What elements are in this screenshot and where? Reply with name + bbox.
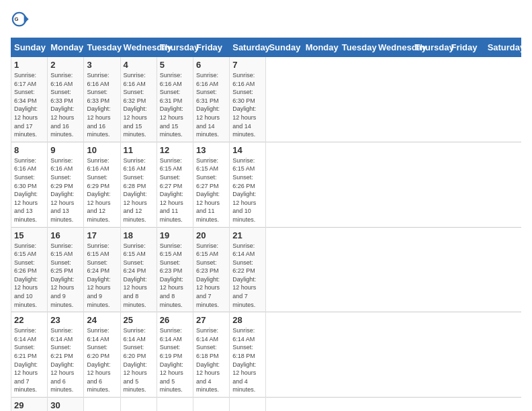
page-header: G: [11, 11, 521, 30]
calendar-cell: 20Sunrise: 6:15 AMSunset: 6:23 PMDayligh…: [193, 227, 230, 312]
cell-info: Sunrise: 6:15 AMSunset: 6:24 PMDaylight:…: [124, 242, 147, 308]
col-header-tuesday: Tuesday: [339, 38, 375, 57]
col-header-monday: Monday: [302, 38, 339, 57]
header-thursday: Thursday: [157, 38, 193, 57]
calendar-cell: [84, 398, 120, 412]
cell-info: Sunrise: 6:15 AMSunset: 6:23 PMDaylight:…: [160, 242, 183, 308]
calendar-cell: 23Sunrise: 6:14 AMSunset: 6:21 PMDayligh…: [48, 312, 84, 398]
svg-text:G: G: [15, 16, 19, 22]
day-number: 27: [196, 315, 226, 325]
calendar-cell: 2Sunrise: 6:16 AMSunset: 6:33 PMDaylight…: [48, 57, 84, 142]
logo: G: [11, 11, 32, 30]
calendar-cell: 9Sunrise: 6:16 AMSunset: 6:29 PMDaylight…: [48, 142, 84, 227]
cell-info: Sunrise: 6:16 AMSunset: 6:32 PMDaylight:…: [124, 72, 147, 138]
cell-info: Sunrise: 6:14 AMSunset: 6:18 PMDaylight:…: [196, 327, 220, 393]
col-header-saturday: Saturday: [484, 38, 521, 57]
calendar-week-1: 1Sunrise: 6:17 AMSunset: 6:34 PMDaylight…: [11, 57, 521, 142]
day-number: 11: [124, 145, 154, 155]
cell-info: Sunrise: 6:14 AMSunset: 6:20 PMDaylight:…: [87, 327, 110, 393]
calendar-week-4: 22Sunrise: 6:14 AMSunset: 6:21 PMDayligh…: [11, 312, 521, 398]
calendar-cell: 19Sunrise: 6:15 AMSunset: 6:23 PMDayligh…: [157, 227, 193, 312]
calendar-week-3: 15Sunrise: 6:15 AMSunset: 6:26 PMDayligh…: [11, 227, 521, 312]
day-number: 14: [232, 145, 263, 155]
cell-info: Sunrise: 6:15 AMSunset: 6:24 PMDaylight:…: [87, 242, 110, 308]
calendar-cell: 6Sunrise: 6:16 AMSunset: 6:31 PMDaylight…: [193, 57, 230, 142]
calendar-table: SundayMondayTuesdayWednesdayThursdayFrid…: [11, 38, 521, 411]
day-number: 20: [196, 230, 226, 240]
calendar-cell: [230, 398, 266, 412]
calendar-cell: 11Sunrise: 6:16 AMSunset: 6:28 PMDayligh…: [120, 142, 157, 227]
day-number: 9: [50, 145, 81, 155]
calendar-cell: 14Sunrise: 6:15 AMSunset: 6:26 PMDayligh…: [230, 142, 266, 227]
day-number: 30: [50, 400, 81, 410]
day-number: 21: [232, 230, 263, 240]
day-number: 4: [124, 60, 154, 70]
header-friday: Friday: [193, 38, 230, 57]
cell-info: Sunrise: 6:14 AMSunset: 6:19 PMDaylight:…: [160, 327, 183, 393]
calendar-cell: 16Sunrise: 6:15 AMSunset: 6:25 PMDayligh…: [48, 227, 84, 312]
calendar-cell: 18Sunrise: 6:15 AMSunset: 6:24 PMDayligh…: [120, 227, 157, 312]
calendar-cell: 30Sunrise: 6:14 AMSunset: 6:17 PMDayligh…: [48, 398, 84, 412]
calendar-cell: 1Sunrise: 6:17 AMSunset: 6:34 PMDaylight…: [11, 57, 48, 142]
cell-info: Sunrise: 6:14 AMSunset: 6:21 PMDaylight:…: [14, 327, 38, 393]
cell-info: Sunrise: 6:16 AMSunset: 6:31 PMDaylight:…: [160, 72, 183, 138]
day-number: 3: [87, 60, 117, 70]
calendar-cell: 4Sunrise: 6:16 AMSunset: 6:32 PMDaylight…: [120, 57, 157, 142]
day-number: 17: [87, 230, 117, 240]
cell-info: Sunrise: 6:14 AMSunset: 6:18 PMDaylight:…: [232, 327, 256, 393]
calendar-cell: 3Sunrise: 6:16 AMSunset: 6:33 PMDaylight…: [84, 57, 120, 142]
day-number: 8: [14, 145, 44, 155]
day-number: 26: [160, 315, 190, 325]
day-number: 16: [50, 230, 81, 240]
header-saturday: Saturday: [230, 38, 266, 57]
cell-info: Sunrise: 6:15 AMSunset: 6:27 PMDaylight:…: [160, 157, 183, 223]
calendar-cell: 15Sunrise: 6:15 AMSunset: 6:26 PMDayligh…: [11, 227, 48, 312]
calendar-cell: [193, 398, 230, 412]
cell-info: Sunrise: 6:15 AMSunset: 6:25 PMDaylight:…: [50, 242, 74, 308]
col-header-wednesday: Wednesday: [375, 38, 412, 57]
calendar-cell: 5Sunrise: 6:16 AMSunset: 6:31 PMDaylight…: [157, 57, 193, 142]
day-number: 6: [196, 60, 226, 70]
svg-marker-2: [24, 15, 29, 24]
cell-info: Sunrise: 6:14 AMSunset: 6:20 PMDaylight:…: [124, 327, 147, 393]
calendar-cell: 25Sunrise: 6:14 AMSunset: 6:20 PMDayligh…: [120, 312, 157, 398]
calendar-cell: [157, 398, 193, 412]
day-number: 24: [87, 315, 117, 325]
day-number: 28: [232, 315, 263, 325]
cell-info: Sunrise: 6:16 AMSunset: 6:28 PMDaylight:…: [124, 157, 147, 223]
day-number: 12: [160, 145, 190, 155]
cell-info: Sunrise: 6:16 AMSunset: 6:31 PMDaylight:…: [196, 72, 220, 138]
cell-info: Sunrise: 6:16 AMSunset: 6:30 PMDaylight:…: [232, 72, 256, 138]
calendar-week-2: 8Sunrise: 6:16 AMSunset: 6:30 PMDaylight…: [11, 142, 521, 227]
calendar-cell: 7Sunrise: 6:16 AMSunset: 6:30 PMDaylight…: [230, 57, 266, 142]
day-number: 2: [50, 60, 81, 70]
cell-info: Sunrise: 6:15 AMSunset: 6:26 PMDaylight:…: [232, 157, 256, 223]
day-number: 18: [124, 230, 154, 240]
calendar-cell: 13Sunrise: 6:15 AMSunset: 6:27 PMDayligh…: [193, 142, 230, 227]
day-number: 19: [160, 230, 190, 240]
calendar-cell: 29Sunrise: 6:14 AMSunset: 6:17 PMDayligh…: [11, 398, 48, 412]
header-tuesday: Tuesday: [84, 38, 120, 57]
header-wednesday: Wednesday: [120, 38, 157, 57]
cell-info: Sunrise: 6:16 AMSunset: 6:33 PMDaylight:…: [50, 72, 74, 138]
calendar-cell: 17Sunrise: 6:15 AMSunset: 6:24 PMDayligh…: [84, 227, 120, 312]
calendar-cell: 24Sunrise: 6:14 AMSunset: 6:20 PMDayligh…: [84, 312, 120, 398]
logo-icon: G: [11, 11, 30, 30]
header-sunday: Sunday: [11, 38, 48, 57]
day-number: 7: [232, 60, 263, 70]
cell-info: Sunrise: 6:15 AMSunset: 6:27 PMDaylight:…: [196, 157, 220, 223]
cell-info: Sunrise: 6:16 AMSunset: 6:33 PMDaylight:…: [87, 72, 110, 138]
cell-info: Sunrise: 6:15 AMSunset: 6:26 PMDaylight:…: [14, 242, 38, 308]
day-number: 1: [14, 60, 44, 70]
calendar-cell: 8Sunrise: 6:16 AMSunset: 6:30 PMDaylight…: [11, 142, 48, 227]
day-number: 29: [14, 400, 44, 410]
calendar-cell: 27Sunrise: 6:14 AMSunset: 6:18 PMDayligh…: [193, 312, 230, 398]
day-number: 15: [14, 230, 44, 240]
col-header-thursday: Thursday: [412, 38, 448, 57]
calendar-week-5: 29Sunrise: 6:14 AMSunset: 6:17 PMDayligh…: [11, 398, 521, 412]
day-number: 23: [50, 315, 81, 325]
calendar-cell: 22Sunrise: 6:14 AMSunset: 6:21 PMDayligh…: [11, 312, 48, 398]
cell-info: Sunrise: 6:16 AMSunset: 6:30 PMDaylight:…: [14, 157, 38, 223]
cell-info: Sunrise: 6:14 AMSunset: 6:21 PMDaylight:…: [50, 327, 74, 393]
calendar-cell: [120, 398, 157, 412]
